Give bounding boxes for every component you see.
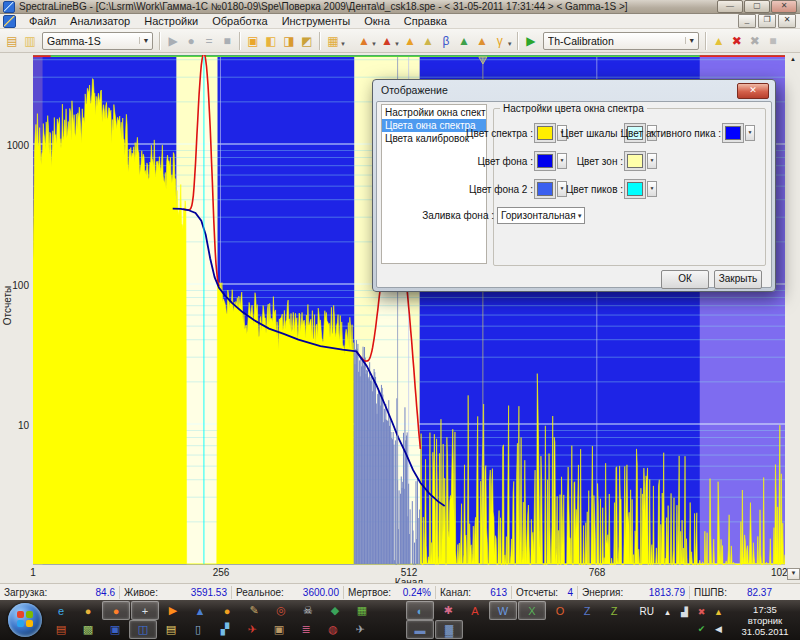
calibration-combo-caret-icon[interactable]: ▼	[685, 37, 698, 44]
winrar-icon[interactable]: ≣	[293, 621, 319, 638]
calibration-delete-icon[interactable]: ✖	[728, 32, 746, 50]
stop-icon[interactable]: ■	[218, 32, 236, 50]
agent-ball-icon[interactable]: ●	[214, 602, 240, 619]
menu-file[interactable]: Файл	[22, 15, 63, 27]
taskbar-clock[interactable]: 17:35 вторник 31.05.2011	[734, 604, 796, 637]
z-blue-app-icon[interactable]: Z	[574, 602, 600, 619]
orange-o-app-icon[interactable]: O	[547, 602, 573, 619]
calibration-edit-icon[interactable]: ▲	[710, 32, 728, 50]
graphics-app-icon[interactable]: ◆	[322, 602, 348, 619]
notes-app-icon[interactable]: ▩	[75, 621, 101, 638]
chrome-icon[interactable]: ●	[75, 602, 101, 619]
folders-app-icon[interactable]: ▣	[266, 621, 292, 638]
background-color-swatch[interactable]	[537, 154, 553, 168]
peak-strip-icon[interactable]: ▲	[419, 32, 437, 50]
peak-area-icon[interactable]: ▲	[401, 32, 419, 50]
mdi-close-button[interactable]: ✕	[778, 14, 796, 28]
save-edit-icon[interactable]: ◨	[280, 32, 298, 50]
tool-disabled-icon[interactable]: ■	[764, 32, 782, 50]
flower-app-icon[interactable]: ✱	[435, 602, 461, 619]
calibration-combo[interactable]: Th-Calibration▼	[543, 32, 699, 50]
red-circle-app-icon[interactable]: ◍	[320, 621, 346, 638]
window-view-icon[interactable]: ▦	[324, 32, 342, 50]
detector-combo-caret-icon[interactable]: ▼	[139, 37, 152, 44]
peaks-color-caret-icon[interactable]: ▼	[647, 181, 657, 197]
run-processing-icon[interactable]: ▶	[522, 32, 540, 50]
volume-icon[interactable]: ◀	[711, 624, 726, 634]
z-green-app-icon[interactable]: Z	[601, 602, 627, 619]
peaks-color-swatch[interactable]	[627, 182, 643, 196]
menu-tools[interactable]: Инструменты	[275, 15, 358, 27]
pdf-reader-icon[interactable]: A	[462, 602, 488, 619]
report-icon[interactable]: ▥	[21, 32, 39, 50]
spectra-list-icon[interactable]: ▤	[3, 32, 21, 50]
close-dialog-button[interactable]: Закрыть	[714, 270, 762, 289]
mdi-document-icon[interactable]	[3, 15, 16, 28]
rocket-app-icon[interactable]: ✈	[239, 621, 265, 638]
menu-windows[interactable]: Окна	[357, 15, 397, 27]
zones-color-swatch[interactable]	[627, 154, 643, 168]
start-button[interactable]	[8, 603, 42, 637]
zones-color-caret-icon[interactable]: ▼	[647, 153, 657, 169]
antivirus-icon[interactable]: ✔	[694, 624, 709, 634]
globe-app-icon[interactable]: ◐	[406, 601, 434, 620]
spectraline-taskbar-icon[interactable]: ▓	[435, 620, 463, 639]
record-icon[interactable]: ●	[182, 32, 200, 50]
mdi-minimize-button[interactable]: _	[738, 14, 756, 28]
pause-icon[interactable]: =	[200, 32, 218, 50]
mdi-restore-button[interactable]: ❐	[758, 14, 776, 28]
no-network-icon[interactable]: ✖	[694, 607, 709, 617]
word-icon[interactable]: W	[489, 601, 517, 620]
office-pen-icon[interactable]: ✎	[241, 602, 267, 619]
nav-item-spectrum-window-settings[interactable]: Настройки окна спектра	[382, 106, 486, 119]
language-indicator[interactable]: RU	[640, 606, 654, 617]
internet-explorer-icon[interactable]: e	[48, 602, 74, 619]
dialog-close-icon[interactable]: ✕	[737, 83, 769, 99]
document-app-icon[interactable]: ▯	[185, 621, 211, 638]
firefox-icon[interactable]: ●	[102, 601, 130, 620]
maximize-button[interactable]: ▢	[744, 0, 770, 13]
green-grid-app-icon[interactable]: ▦	[349, 602, 375, 619]
start-acquisition-icon[interactable]: ▶	[164, 32, 182, 50]
peak-zoom-icon[interactable]: ▲	[355, 32, 373, 50]
floppy-save-icon[interactable]: ◫	[129, 620, 157, 639]
folder-app-icon[interactable]: ▞	[212, 621, 238, 638]
calibration-clear-icon[interactable]: ✖	[746, 32, 764, 50]
network-icon[interactable]: ▟	[677, 607, 692, 617]
delphi-icon[interactable]: ▲	[187, 602, 213, 619]
ok-button[interactable]: ОК	[661, 270, 709, 289]
open-spectrum-icon[interactable]: ▣	[244, 32, 262, 50]
detector-combo[interactable]: Gamma-1S▼	[42, 32, 153, 50]
active-peak-color-caret-icon[interactable]: ▼	[745, 125, 755, 141]
excel-icon[interactable]: X	[518, 601, 546, 620]
menu-settings[interactable]: Настройки	[137, 15, 205, 27]
background2-color-swatch[interactable]	[537, 182, 553, 196]
menu-analyzer[interactable]: Анализатор	[63, 15, 137, 27]
peak-marker-icon[interactable]: ▲	[378, 32, 396, 50]
browser-ball-icon[interactable]: ◎	[268, 602, 294, 619]
sticky-notes-icon[interactable]: ▤	[158, 621, 184, 638]
background-color-caret-icon[interactable]: ▼	[557, 153, 567, 169]
active-peak-color-swatch[interactable]	[725, 126, 741, 140]
minimize-button[interactable]: —	[717, 0, 743, 13]
peak-identify-icon[interactable]: ▲	[473, 32, 491, 50]
skull-app-icon[interactable]: ☠	[295, 602, 321, 619]
screen-app-icon[interactable]: ▬	[406, 620, 434, 639]
tool-plus-icon[interactable]: +	[131, 601, 159, 620]
media-player-icon[interactable]: ▶	[160, 602, 186, 619]
menu-help[interactable]: Справка	[397, 15, 454, 27]
save-import-icon[interactable]: ◩	[298, 32, 316, 50]
gamma-analysis-icon[interactable]: γ	[491, 32, 509, 50]
tray-expand[interactable]: ▴	[660, 607, 675, 617]
menu-processing[interactable]: Обработка	[205, 15, 274, 27]
close-button[interactable]: ✕	[771, 0, 797, 13]
alert-icon[interactable]: ▲	[711, 607, 726, 617]
save-spectrum-icon[interactable]: ◧	[262, 32, 280, 50]
red-box-app-icon[interactable]: ▤	[48, 621, 74, 638]
nuclide-library-icon[interactable]: ▲	[455, 32, 473, 50]
axis-scale-combo[interactable]: ▼	[787, 568, 800, 580]
jet-app-icon[interactable]: ✈	[347, 621, 373, 638]
blue-window-app-icon[interactable]: ▣	[102, 621, 128, 638]
beta-analysis-icon[interactable]: β	[437, 32, 455, 50]
spectrum-color-swatch[interactable]	[537, 126, 553, 140]
